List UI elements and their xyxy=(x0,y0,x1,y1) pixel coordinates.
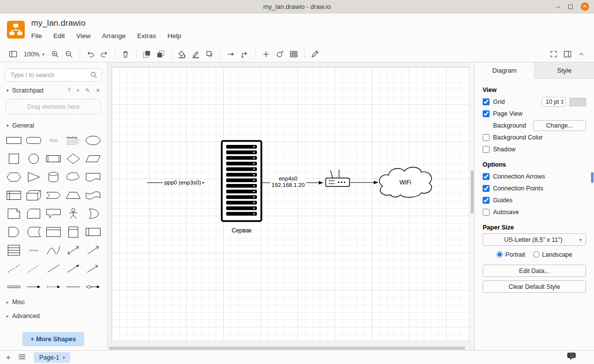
shape-internal-storage[interactable] xyxy=(4,188,24,203)
change-background-button[interactable]: Change... xyxy=(533,120,586,131)
connection-icon[interactable] xyxy=(224,48,238,61)
shape-dashed-arrow-link[interactable] xyxy=(44,279,63,294)
shape-arrow[interactable] xyxy=(83,243,103,258)
shape-label[interactable]: Lid box xyxy=(24,243,44,258)
shape-directional-arrow[interactable] xyxy=(63,261,83,276)
freehand-icon[interactable] xyxy=(308,48,322,61)
shape-and[interactable] xyxy=(4,225,24,239)
shape-list[interactable] xyxy=(4,243,24,258)
grid-size-input[interactable]: 10 pt xyxy=(542,97,566,107)
collapse-toolbar-icon[interactable] xyxy=(574,48,588,61)
help-icon[interactable]: ? xyxy=(67,87,71,94)
redo-icon[interactable] xyxy=(98,48,111,61)
shape-process[interactable] xyxy=(44,151,63,166)
shape-rounded-rectangle[interactable] xyxy=(24,133,44,148)
shape-actor[interactable] xyxy=(63,206,83,221)
scratchpad-header[interactable]: ▾ Scratchpad ? + ✎ ✕ xyxy=(0,83,107,96)
add-page-icon[interactable]: + xyxy=(6,354,10,362)
maximize-button[interactable] xyxy=(568,4,573,9)
shape-document[interactable] xyxy=(83,170,103,184)
zoom-level-dropdown[interactable]: 100%▾ xyxy=(20,51,49,58)
menu-edit[interactable]: Edit xyxy=(53,32,65,40)
shape-note[interactable] xyxy=(4,206,24,221)
shape-triangle[interactable] xyxy=(24,170,44,184)
tab-diagram[interactable]: Diagram xyxy=(475,62,534,79)
shape-diamond[interactable] xyxy=(63,151,83,166)
edge-wan-label[interactable]: ppp0 (enp3s0) xyxy=(163,180,202,186)
shape-or[interactable] xyxy=(83,206,103,221)
shape-heading[interactable]: Heading xyxy=(63,133,83,148)
background-color-checkbox[interactable] xyxy=(483,134,490,141)
cloud-label[interactable]: WiFi xyxy=(399,179,411,186)
shape-parallelogram[interactable] xyxy=(83,151,103,166)
autosave-checkbox[interactable] xyxy=(483,209,490,216)
zoom-out-icon[interactable] xyxy=(62,48,76,61)
shadow-checkbox[interactable] xyxy=(483,146,490,153)
edge-lan-label[interactable]: enp4s0 192.168.1.20 xyxy=(270,176,306,188)
landscape-radio[interactable] xyxy=(533,251,540,258)
edit-icon[interactable]: ✎ xyxy=(85,87,90,94)
guides-checkbox[interactable] xyxy=(483,197,490,204)
shape-horizontal-container[interactable] xyxy=(83,225,103,239)
connection-points-checkbox[interactable] xyxy=(483,185,490,192)
section-advanced[interactable]: ▸ Advanced xyxy=(0,308,107,322)
portrait-radio[interactable] xyxy=(496,251,503,258)
close-button[interactable]: ✕ xyxy=(581,2,589,11)
shape-card[interactable] xyxy=(24,206,44,221)
to-back-icon[interactable] xyxy=(154,48,168,61)
paper-size-select[interactable]: US-Letter (8,5" x 11") ▾ xyxy=(483,233,586,246)
format-panel-toggle-icon[interactable] xyxy=(560,48,574,61)
shape-square[interactable] xyxy=(4,151,24,166)
menu-help[interactable]: Help xyxy=(167,32,181,40)
minimize-button[interactable]: – xyxy=(556,3,560,10)
shape-link[interactable] xyxy=(4,279,24,294)
insert-shape-icon[interactable] xyxy=(273,48,287,61)
shape-callout[interactable] xyxy=(44,206,63,221)
table-icon[interactable] xyxy=(287,48,301,61)
clear-default-style-button[interactable]: Clear Default Style xyxy=(483,280,586,293)
shape-bidirectional-arrow[interactable] xyxy=(63,243,83,258)
shape-trapezoid[interactable] xyxy=(63,188,83,203)
canvas[interactable]: ppp0 (enp3s0) enp4s0 192.168.1.20 Сервак… xyxy=(107,62,474,350)
shape-curve[interactable] xyxy=(44,243,63,258)
line-color-icon[interactable] xyxy=(189,48,203,61)
fullscreen-icon[interactable] xyxy=(546,48,560,61)
shape-text[interactable]: Text xyxy=(44,133,63,148)
zoom-in-icon[interactable] xyxy=(49,48,62,61)
shape-step[interactable] xyxy=(44,188,63,203)
shape-cube[interactable] xyxy=(24,188,44,203)
grid-color-button[interactable] xyxy=(569,98,586,106)
shape-tape[interactable] xyxy=(83,188,103,203)
waypoints-icon[interactable] xyxy=(238,48,252,61)
menu-arrange[interactable]: Arrange xyxy=(102,32,126,40)
section-misc[interactable]: ▸ Misc xyxy=(0,294,107,308)
server-label[interactable]: Сервак xyxy=(232,227,251,234)
to-front-icon[interactable] xyxy=(140,48,154,61)
node-router[interactable] xyxy=(326,170,349,186)
menu-view[interactable]: View xyxy=(76,32,91,40)
search-input[interactable] xyxy=(5,68,102,82)
shape-data-storage[interactable] xyxy=(24,225,44,239)
horizontal-scrollbar[interactable] xyxy=(107,345,469,350)
fill-color-icon[interactable] xyxy=(175,48,189,61)
shape-plain-link[interactable] xyxy=(63,279,83,294)
node-server[interactable] xyxy=(222,141,261,221)
edit-data-button[interactable]: Edit Data... xyxy=(483,265,586,277)
shape-rectangle[interactable] xyxy=(4,133,24,148)
shape-ellipse[interactable] xyxy=(83,133,103,148)
shape-line[interactable] xyxy=(44,261,63,276)
menu-extras[interactable]: Extras xyxy=(137,32,156,40)
shape-cylinder[interactable] xyxy=(44,170,63,184)
add-icon[interactable]: + xyxy=(76,87,80,94)
shape-dotted-line[interactable] xyxy=(24,261,44,276)
menu-file[interactable]: File xyxy=(31,32,42,40)
delete-icon[interactable] xyxy=(119,48,133,61)
scratchpad-drop-area[interactable]: Drag elements here xyxy=(6,99,101,115)
pages-menu-icon[interactable] xyxy=(18,353,26,362)
vertical-scrollbar-thumb[interactable] xyxy=(471,170,474,214)
toggle-shapes-panel-icon[interactable] xyxy=(6,48,20,61)
vertical-scrollbar[interactable] xyxy=(469,62,474,345)
shape-hexagon[interactable] xyxy=(4,170,24,184)
shape-cloud[interactable] xyxy=(63,170,83,184)
undo-icon[interactable] xyxy=(84,48,98,61)
